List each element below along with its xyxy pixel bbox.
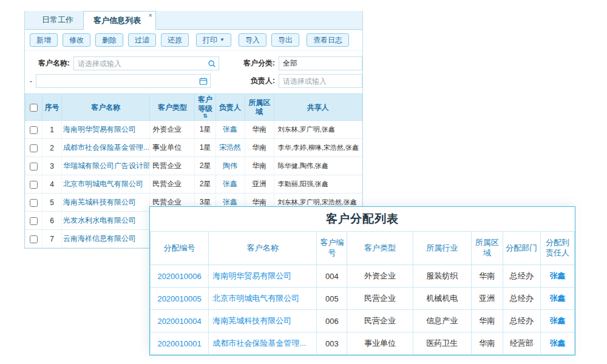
header-allocation-id: 分配编号 bbox=[151, 232, 209, 265]
view-log-button[interactable]: 查看日志 bbox=[307, 33, 349, 47]
header-shared-people: 共享人 bbox=[274, 94, 362, 121]
assignee-link[interactable]: 张鑫 bbox=[540, 265, 574, 288]
assignee-link[interactable]: 张鑫 bbox=[540, 332, 574, 355]
row-checkbox[interactable] bbox=[30, 217, 38, 225]
row-index: 7 bbox=[42, 230, 62, 248]
region-cell: 华南 bbox=[245, 121, 274, 139]
customer-name-link[interactable]: 光发水利水电有限公司 bbox=[62, 212, 150, 230]
customer-type-cell: 外资企业 bbox=[150, 121, 195, 139]
header-customer-name: 客户名称 bbox=[209, 232, 317, 265]
add-button[interactable]: 新增 bbox=[30, 33, 58, 47]
row-checkbox[interactable] bbox=[30, 163, 38, 170]
allocation-id-link[interactable]: 2020010006 bbox=[151, 265, 209, 288]
modify-button[interactable]: 修改 bbox=[63, 33, 90, 47]
row-checkbox[interactable] bbox=[30, 235, 38, 243]
customer-category-label: 客户分类: bbox=[243, 58, 275, 69]
assignee-link[interactable]: 张鑫 bbox=[540, 288, 574, 310]
allocation-row[interactable]: 2020010004 海南芜城科技有限公司 006 民营企业 信息产业 华南 总… bbox=[151, 310, 575, 332]
filter-button[interactable]: 过滤 bbox=[128, 33, 156, 47]
industry-cell: 医药卫生 bbox=[413, 332, 471, 355]
shared-people-cell: 李华,李婷,柳琳,宋浩然,张鑫 bbox=[274, 139, 362, 157]
calendar-icon[interactable] bbox=[199, 77, 208, 86]
region-cell: 华南 bbox=[245, 139, 274, 157]
industry-cell: 信息产业 bbox=[413, 310, 471, 332]
select-all-checkbox[interactable] bbox=[30, 104, 38, 112]
row-checkbox[interactable] bbox=[30, 126, 38, 134]
customer-name-link[interactable]: 海南明华贸易有限公司 bbox=[209, 265, 317, 288]
delete-button[interactable]: 删除 bbox=[95, 33, 123, 47]
dept-cell: 总经办 bbox=[503, 288, 540, 310]
shared-people-cell: 陈华健,陶伟,张鑫 bbox=[274, 157, 362, 175]
row-index: 5 bbox=[42, 194, 62, 212]
customer-name-link[interactable]: 海南芜城科技有限公司 bbox=[62, 194, 150, 212]
dept-cell: 经营部 bbox=[503, 332, 540, 355]
row-checkbox[interactable] bbox=[30, 199, 38, 207]
owner-input[interactable] bbox=[279, 74, 362, 88]
shared-people-cell: 李勤丽,阳强,张鑫 bbox=[274, 175, 362, 194]
export-button[interactable]: 导出 bbox=[271, 33, 299, 47]
tab-customer-info-list[interactable]: 客户信息列表 × bbox=[83, 11, 156, 30]
region-cell: 华南 bbox=[471, 310, 503, 332]
search-icon[interactable] bbox=[208, 59, 216, 68]
customer-row[interactable]: 3 华瑞城有限公司广告设计部 民营企业 2星 陶伟 华南 陈华健,陶伟,张鑫 bbox=[25, 157, 362, 175]
customer-row[interactable]: 4 北京市明城电气有限公司 民营企业 2星 张鑫 亚洲 李勤丽,阳强,张鑫 bbox=[25, 175, 362, 194]
allocation-row[interactable]: 2020010001 成都市社会保险基金管理... 003 事业单位 医药卫生 … bbox=[151, 332, 575, 355]
allocation-row[interactable]: 2020010006 海南明华贸易有限公司 004 外资企业 服装纺织 华南 总… bbox=[151, 265, 575, 288]
restore-button[interactable]: 还原 bbox=[161, 33, 189, 47]
select-all-cell bbox=[25, 94, 42, 121]
allocation-id-link[interactable]: 2020010004 bbox=[151, 310, 209, 332]
owner-link[interactable]: 陶伟 bbox=[215, 157, 245, 175]
customer-table-header-row: 序号 客户名称 客户类型 客户等级 ⇅ 负责人 所属区域 共享人 bbox=[25, 94, 362, 121]
header-region: 所属区域 bbox=[471, 232, 503, 265]
print-button[interactable]: 打印 ▼ bbox=[196, 33, 231, 47]
date-range-separator: - bbox=[30, 77, 32, 86]
customer-name-link[interactable]: 海南芜城科技有限公司 bbox=[209, 310, 317, 332]
customer-name-input[interactable] bbox=[73, 56, 219, 70]
owner-link[interactable]: 宋浩然 bbox=[215, 139, 245, 157]
customer-row[interactable]: 2 成都市社会保险基金管理... 事业单位 1星 宋浩然 华南 李华,李婷,柳琳… bbox=[25, 139, 362, 157]
customer-name-link[interactable]: 北京市明城电气有限公司 bbox=[209, 288, 317, 310]
header-customer-level[interactable]: 客户等级 ⇅ bbox=[195, 94, 215, 121]
sort-icon[interactable]: ⇅ bbox=[196, 113, 214, 119]
row-checkbox[interactable] bbox=[30, 144, 38, 152]
row-checkbox-cell bbox=[25, 212, 42, 230]
header-owner: 负责人 bbox=[215, 94, 245, 121]
assignee-link[interactable]: 张鑫 bbox=[540, 310, 574, 332]
allocation-id-link[interactable]: 2020010001 bbox=[151, 332, 209, 355]
customer-name-link[interactable]: 成都市社会保险基金管理... bbox=[209, 332, 317, 355]
tab-daily-work[interactable]: 日常工作 bbox=[32, 11, 83, 29]
customer-name-link[interactable]: 华瑞城有限公司广告设计部 bbox=[62, 157, 150, 175]
print-button-label: 打印 bbox=[203, 36, 217, 44]
customer-name-link[interactable]: 成都市社会保险基金管理... bbox=[62, 139, 150, 157]
row-checkbox[interactable] bbox=[30, 181, 38, 189]
shared-people-cell: 刘东林,罗广明,张鑫 bbox=[274, 121, 362, 139]
customer-row[interactable]: 1 海南明华贸易有限公司 外资企业 1星 张鑫 华南 刘东林,罗广明,张鑫 bbox=[25, 121, 362, 139]
allocation-table-body: 2020010006 海南明华贸易有限公司 004 外资企业 服装纺织 华南 总… bbox=[151, 265, 575, 355]
row-index: 3 bbox=[42, 157, 62, 175]
owner-link[interactable]: 张鑫 bbox=[215, 175, 245, 194]
customer-name-link[interactable]: 北京市明城电气有限公司 bbox=[62, 175, 150, 194]
allocation-list-title: 客户分配列表 bbox=[150, 207, 575, 231]
industry-cell: 服装纺织 bbox=[413, 265, 471, 288]
customer-name-link[interactable]: 海南明华贸易有限公司 bbox=[62, 121, 150, 139]
close-icon[interactable]: × bbox=[149, 12, 152, 19]
customer-level-cell: 1星 bbox=[195, 121, 215, 139]
row-checkbox-cell bbox=[25, 139, 42, 157]
customer-no-cell: 006 bbox=[317, 310, 347, 332]
customer-type-cell: 民营企业 bbox=[347, 288, 413, 310]
customer-allocation-panel: 客户分配列表 分配编号 客户名称 客户编号 客户类型 所属行业 所属区域 分配部… bbox=[149, 206, 575, 356]
date-input[interactable] bbox=[36, 74, 211, 88]
customer-type-cell: 民营企业 bbox=[150, 175, 195, 194]
customer-level-cell: 1星 bbox=[195, 139, 215, 157]
customer-name-link[interactable]: 云南海祥信息有限公司 bbox=[62, 230, 150, 248]
import-button[interactable]: 导入 bbox=[239, 33, 266, 47]
owner-link[interactable]: 张鑫 bbox=[215, 121, 245, 139]
allocation-row[interactable]: 2020010005 北京市明城电气有限公司 005 民营企业 机械机电 亚洲 … bbox=[151, 288, 575, 310]
row-index: 4 bbox=[42, 175, 62, 194]
customer-category-select[interactable] bbox=[279, 56, 362, 70]
customer-type-cell: 民营企业 bbox=[347, 310, 413, 332]
row-checkbox-cell bbox=[25, 157, 42, 175]
row-index: 2 bbox=[42, 139, 62, 157]
allocation-id-link[interactable]: 2020010005 bbox=[151, 288, 209, 310]
allocation-table: 分配编号 客户名称 客户编号 客户类型 所属行业 所属区域 分配部门 分配到责任… bbox=[150, 231, 575, 355]
